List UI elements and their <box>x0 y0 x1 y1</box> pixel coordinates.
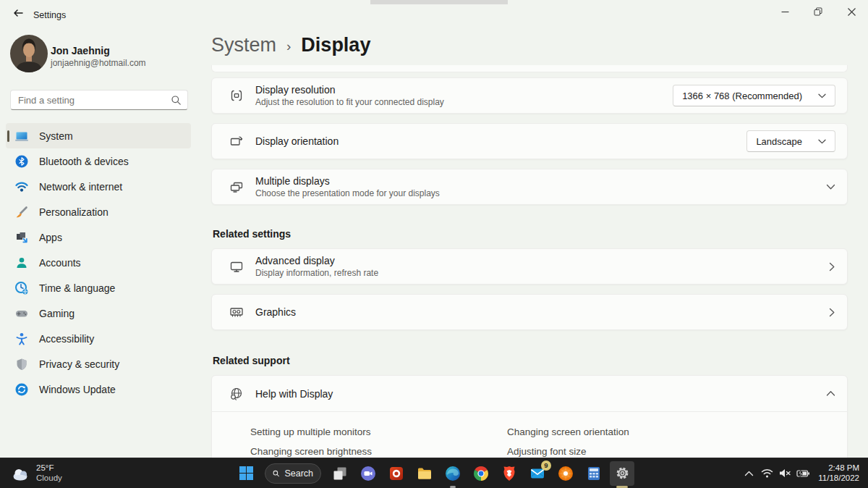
task-view-icon <box>332 466 348 481</box>
file-explorer-button[interactable] <box>412 461 437 486</box>
sidebar-nav: System Bluetooth & devices Network & int… <box>6 123 191 402</box>
breadcrumb-system[interactable]: System <box>211 34 276 56</box>
office-button[interactable] <box>384 461 409 486</box>
search-input[interactable] <box>18 95 171 106</box>
restore-button[interactable] <box>801 0 835 23</box>
sidebar-item-system[interactable]: System <box>6 123 191 148</box>
tray-date: 11/18/2022 <box>818 474 859 484</box>
folder-icon <box>416 465 433 482</box>
start-button[interactable] <box>234 461 258 486</box>
sidebar-item-label: Accessibility <box>39 333 94 345</box>
sidebar-item-apps[interactable]: Apps <box>6 224 191 250</box>
avatar-photo <box>10 35 48 72</box>
edge-icon <box>444 465 461 482</box>
display-resolution-icon <box>228 87 245 104</box>
sidebar-item-gaming[interactable]: Gaming <box>6 300 191 326</box>
volume-mute-icon <box>779 468 791 478</box>
running-indicator <box>450 486 456 488</box>
taskbar-center: Search 9 <box>234 458 634 488</box>
chevron-right-icon <box>829 308 835 317</box>
gpu-icon <box>228 303 245 321</box>
orientation-dropdown[interactable]: Landscape <box>746 130 835 152</box>
window-controls <box>768 0 868 23</box>
chrome-button[interactable] <box>469 461 493 486</box>
titlebar: Settings <box>0 0 868 25</box>
sidebar-item-network-internet[interactable]: Network & internet <box>6 174 191 199</box>
weather-widget[interactable]: 25°F Cloudy <box>6 458 68 488</box>
clock-widget[interactable]: 2:48 PM 11/18/2022 <box>812 463 864 483</box>
windows-settings-screen: { "window": { "title": "Settings" }, "si… <box>0 0 868 488</box>
related-settings-header: Related settings <box>213 228 848 240</box>
multiple-displays-row[interactable]: Multiple displays Choose the presentatio… <box>211 169 848 205</box>
row-title: Display resolution <box>255 84 444 96</box>
sidebar-item-accounts[interactable]: Accounts <box>6 250 191 275</box>
sidebar-item-label: Privacy & security <box>39 358 119 370</box>
volume-muted-button[interactable] <box>776 463 794 484</box>
sidebar-item-label: Time & language <box>39 282 115 294</box>
user-email: jonjaehnig@hotmail.com <box>51 58 146 68</box>
close-button[interactable] <box>835 0 868 23</box>
row-title: Help with Display <box>255 388 333 400</box>
sidebar-item-privacy-security[interactable]: Privacy & security <box>6 351 191 376</box>
window-title: Settings <box>33 10 66 20</box>
sidebar-item-label: System <box>39 130 73 142</box>
help-with-display-row[interactable]: Help with Display <box>212 376 847 412</box>
task-view-button[interactable] <box>328 461 352 486</box>
sidebar-item-bluetooth-devices[interactable]: Bluetooth & devices <box>6 148 191 174</box>
settings-app-button[interactable] <box>610 461 634 486</box>
scrolled-card-sliver <box>211 65 848 72</box>
restore-icon <box>814 7 822 16</box>
help-link-screen-brightness[interactable]: Changing screen brightness <box>250 446 507 457</box>
brave-button[interactable] <box>497 461 522 486</box>
back-button[interactable] <box>9 5 27 21</box>
battery-charging-button[interactable] <box>794 463 812 484</box>
back-arrow-icon <box>12 7 24 19</box>
breadcrumb-separator: › <box>286 36 291 54</box>
gamepad-icon <box>14 306 29 321</box>
monitor-icon <box>228 258 245 275</box>
edge-button[interactable] <box>441 461 465 486</box>
help-link-screen-orientation[interactable]: Changing screen orientation <box>507 426 830 437</box>
row-title: Multiple displays <box>255 175 440 187</box>
minimize-button[interactable] <box>768 0 801 23</box>
mail-button[interactable]: 9 <box>525 461 550 486</box>
sidebar-item-label: Gaming <box>39 308 75 319</box>
user-name: Jon Jaehnig <box>51 45 110 56</box>
system-tray: 2:48 PM 11/18/2022 <box>740 458 864 488</box>
display-orientation-icon <box>228 132 245 150</box>
calculator-button[interactable] <box>582 461 606 486</box>
avatar[interactable] <box>10 35 48 72</box>
help-link-font-size[interactable]: Adjusting font size <box>507 446 830 457</box>
taskbar-search[interactable]: Search <box>265 463 321 484</box>
bluetooth-icon <box>14 154 29 169</box>
resolution-dropdown[interactable]: 1366 × 768 (Recommended) <box>673 85 835 106</box>
help-link-multiple-monitors[interactable]: Setting up multiple monitors <box>250 426 507 437</box>
sidebar-item-accessibility[interactable]: Accessibility <box>6 326 191 351</box>
sidebar-item-personalization[interactable]: Personalization <box>6 199 191 224</box>
person-icon <box>14 256 29 270</box>
sidebar-item-time-language[interactable]: Time & language <box>6 275 191 300</box>
sidebar-item-windows-update[interactable]: Windows Update <box>6 376 191 402</box>
top-gray-strip <box>370 0 508 4</box>
search-icon <box>273 468 279 479</box>
display-orientation-row[interactable]: Display orientation Landscape <box>211 123 848 159</box>
teams-chat-button[interactable] <box>356 461 380 486</box>
multiple-displays-icon <box>228 178 245 195</box>
row-subtitle: Choose the presentation mode for your di… <box>255 188 440 198</box>
settings-search-box[interactable] <box>10 90 188 110</box>
row-text: Advanced display Display information, re… <box>255 255 378 278</box>
chevron-down-icon <box>818 93 826 98</box>
hidden-icons-button[interactable] <box>740 463 758 484</box>
chevron-down-icon[interactable] <box>826 184 835 190</box>
office-icon <box>388 466 404 481</box>
cloud-icon <box>12 466 30 481</box>
tray-time: 2:48 PM <box>818 463 859 474</box>
graphics-row[interactable]: Graphics <box>211 294 848 330</box>
advanced-display-row[interactable]: Advanced display Display information, re… <box>211 248 848 285</box>
chevron-up-icon[interactable] <box>826 390 835 397</box>
chevron-down-icon <box>818 139 826 144</box>
orange-starburst-app-button[interactable] <box>553 461 578 486</box>
wifi-tray-button[interactable] <box>758 463 776 484</box>
display-resolution-row[interactable]: Display resolution Adjust the resolution… <box>211 77 848 114</box>
update-icon <box>14 382 29 397</box>
